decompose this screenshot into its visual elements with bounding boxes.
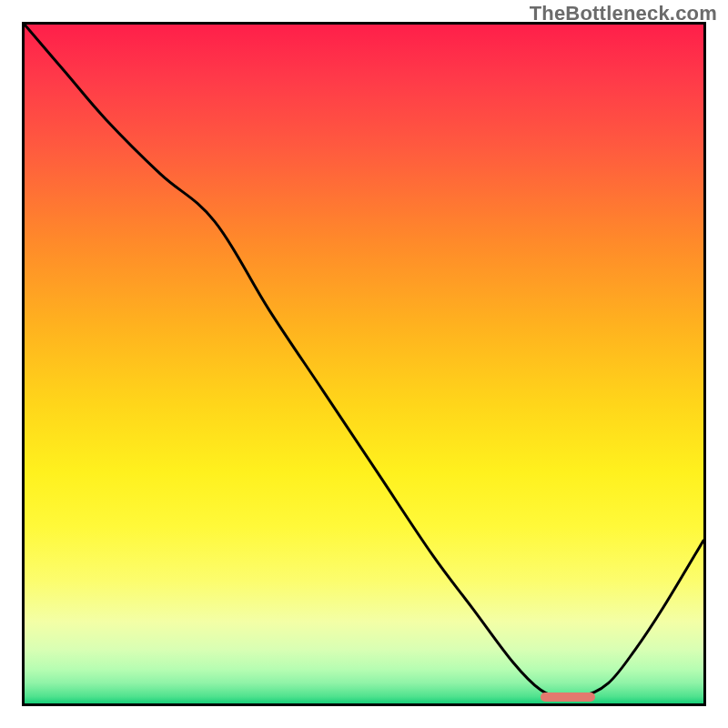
watermark-text: TheBottleneck.com	[530, 2, 717, 25]
chart-container: TheBottleneck.com	[0, 0, 728, 728]
plot-area	[22, 22, 706, 706]
curve-svg	[25, 25, 703, 703]
bottleneck-curve	[25, 25, 703, 698]
minimum-marker	[541, 693, 595, 702]
